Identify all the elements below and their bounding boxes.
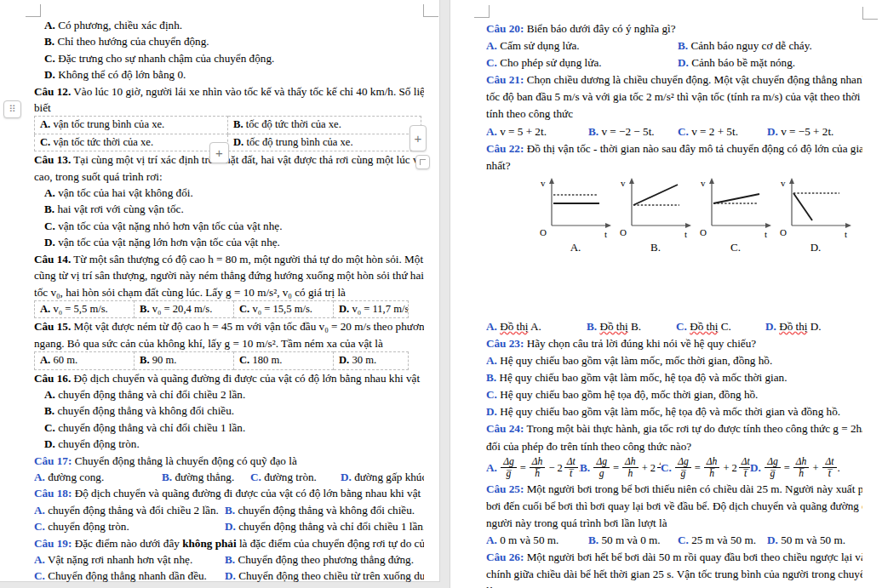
- question-line: đối của phép đo trên tính theo công thức…: [486, 438, 862, 455]
- option-letter: B.: [486, 371, 496, 384]
- option-line: D. Hệ quy chiếu bao gồm vật làm mốc, hệ …: [486, 403, 862, 420]
- fraction-denominator: g̅: [501, 468, 517, 479]
- options-row: C. Chuyển động thẳng nhanh dần đều. D. C…: [34, 568, 424, 584]
- table-row: A. 60 m. B. 90 m. C. 180 m. D. 30 m.: [35, 352, 409, 369]
- question-line: Câu 24: Trong một bài thực hành, gia tốc…: [486, 420, 862, 437]
- solid-velocity-line: [713, 194, 759, 203]
- question-label: Câu 23:: [486, 337, 524, 350]
- page-left: A. Có phương, chiều xác định. B. Chỉ the…: [0, 0, 440, 582]
- question-text: Độ dịch chuyển và quãng đường đi được củ…: [71, 372, 420, 385]
- table-resize-handle[interactable]: [415, 155, 430, 169]
- question-line: Câu 26: Một người bơi hết bể bơi dài 50 …: [486, 549, 862, 566]
- period: .: [838, 460, 840, 477]
- question-text: Đặc điểm nào dưới đây: [72, 537, 182, 550]
- question-text: người này trong quá trình bơi lần lượt l…: [486, 517, 667, 529]
- axis-label-t: t: [684, 229, 687, 239]
- formula-option: D. Δgg̅=Δhh̅+Δtt̅.: [750, 456, 862, 479]
- operator-sign: +: [812, 460, 818, 477]
- question-line: tốc độ ban đầu 5 m/s và với gia tốc 2 m/…: [486, 88, 862, 106]
- option-line: C. Hệ quy chiếu bao gồm hệ tọa độ, mốc t…: [486, 386, 862, 403]
- question-text: ngang. Bỏ qua sức cản của không khí, lấy…: [34, 337, 383, 350]
- option-text: Chuyển động thẳng nhanh dần đều.: [45, 569, 207, 582]
- option-text: Hệ quy chiếu bao gồm vật làm mốc, mốc th…: [497, 354, 772, 367]
- page-right: Câu 20: Biển báo dưới đây có ý nghĩa gì?…: [450, 0, 882, 588]
- axis-label-t: t: [765, 229, 767, 239]
- question-line: Câu 15. Một vật được ném từ độ cao h = 4…: [34, 318, 424, 334]
- option-text: tốc độ tức thời của xe.: [243, 118, 341, 130]
- equals-sign: =: [520, 460, 526, 477]
- option-text: chuyển động thẳng và chỉ đổi chiều 1 lần…: [236, 520, 424, 533]
- drag-handle-icon[interactable]: ⠿: [3, 100, 21, 118]
- option-letter: C.: [676, 320, 687, 333]
- plus-icon: +: [215, 146, 223, 160]
- vt-graph-b-plot: v O t: [616, 174, 695, 241]
- option-letter: D.: [767, 125, 778, 138]
- solid-velocity-line: [793, 193, 812, 220]
- question-line: nhất?: [486, 157, 862, 174]
- fraction-denominator: h̅: [530, 468, 546, 479]
- option-text: chuyển động tròn.: [55, 437, 140, 450]
- insert-column-button[interactable]: +: [410, 125, 427, 151]
- option-letter: C.: [678, 125, 689, 138]
- option-letter: A.: [486, 320, 497, 333]
- question-line: Câu 23: Hãy chọn câu trả lời đúng khi nó…: [486, 335, 862, 352]
- graph-label: A.: [570, 241, 581, 254]
- question-line: cũng từ vị trí sân thượng, người này ném…: [34, 267, 424, 283]
- question-text: Biển báo dưới đây có ý nghĩa gì?: [524, 22, 675, 35]
- question-line: Câu 12. Vào lúc 10 giờ, người lái xe nhì…: [34, 83, 424, 100]
- option-text: chuyển động thẳng và không đổi chiều.: [235, 504, 415, 517]
- option-text: Có phương, chiều xác định.: [55, 19, 182, 31]
- question-line: Câu 17: Chuyển động thẳng là chuyển động…: [34, 453, 424, 469]
- option-letter: D.: [767, 534, 778, 546]
- question-text: Trong một bài thực hành, gia tốc rơi tự …: [524, 422, 862, 435]
- option-letter: B.: [580, 460, 590, 477]
- text-boundary-mark: [862, 7, 878, 20]
- option-letter: C.: [34, 569, 45, 582]
- option-text: đường tròn.: [261, 471, 317, 483]
- option-text: 60 m.: [50, 354, 77, 366]
- text-boundary-mark: [26, 4, 41, 17]
- question-text: đối của phép đo trên tính theo công thức…: [486, 440, 691, 453]
- option-letter: B.: [44, 404, 54, 417]
- option-letter: D.: [750, 460, 761, 477]
- option-letter: D.: [765, 320, 776, 333]
- table-row: A. vận tốc trung bình của xe. B. tốc độ …: [35, 117, 421, 134]
- option-letter: A.: [486, 460, 497, 477]
- coefficient: 2: [557, 460, 562, 477]
- question-text: Một vật được ném từ độ cao h = 45 m với …: [71, 320, 424, 333]
- question-text: Độ dịch chuyển và quãng đường đi được củ…: [72, 487, 421, 500]
- option-letter: C.: [34, 520, 45, 533]
- option-line: C. chuyển động thẳng và chỉ đổi chiều 1 …: [34, 420, 424, 436]
- question-line: tốc v₀, hai hòn sỏi chạm đất cùng lúc. L…: [34, 284, 424, 300]
- option-text: chuyển động thẳng và đổi chiều 2 lần.: [45, 504, 219, 517]
- question-label: Câu 16.: [34, 372, 71, 385]
- question-line: Câu 22: Đồ thị vận tốc - thời gian nào s…: [486, 140, 862, 157]
- axis-label-t: t: [604, 229, 607, 239]
- insert-row-button[interactable]: +: [209, 142, 229, 163]
- axis-origin: O: [540, 227, 547, 237]
- option-text: Chuyển động theo chiều từ trên xuống dướ…: [236, 569, 424, 582]
- fraction-numerator: Δh: [704, 456, 720, 468]
- option-letter: D.: [225, 520, 236, 533]
- option-letter: A.: [34, 553, 45, 566]
- options-row: C. Cho phép sử dụng lửa. D. Cảnh báo bề …: [486, 54, 862, 71]
- graph-label: C.: [730, 241, 741, 254]
- drag-handle-glyph: ⠿: [9, 104, 15, 115]
- table-cell: B. v₀ = 20,4 m/s.: [135, 300, 234, 317]
- option-text-misspelled: Đồ thị: [500, 320, 528, 333]
- question-text: chính giữa chiều dài bể hết thời gian 25…: [486, 568, 862, 580]
- question-label: Câu 18:: [34, 487, 72, 500]
- options-row: A. Cấm sử dụng lửa. B. Cảnh báo nguy cơ …: [486, 37, 862, 54]
- question-text-bold: không phải: [182, 537, 236, 550]
- table-cell: B. tốc độ tức thời của xe.: [228, 117, 421, 134]
- option-letter: B.: [44, 35, 54, 48]
- question-text: tốc v₀, hai hòn sỏi chạm đất cùng lúc. L…: [34, 286, 346, 299]
- option-letter: B.: [162, 471, 172, 483]
- question-text: Đồ thị vận tốc - thời gian nào sau đây m…: [524, 142, 862, 155]
- option-letter: D.: [339, 303, 349, 315]
- option-text: chuyển động thẳng và chỉ đổi chiều 2 lần…: [55, 388, 245, 401]
- answers-table-q14: A. v₀ = 5,5 m/s. B. v₀ = 20,4 m/s. C. v₀…: [34, 300, 409, 318]
- option-text: Vật nặng rơi nhanh hơn vật nhẹ.: [45, 553, 192, 566]
- option-letter: C.: [40, 136, 50, 148]
- option-text: 50 m và 0 m.: [598, 534, 661, 546]
